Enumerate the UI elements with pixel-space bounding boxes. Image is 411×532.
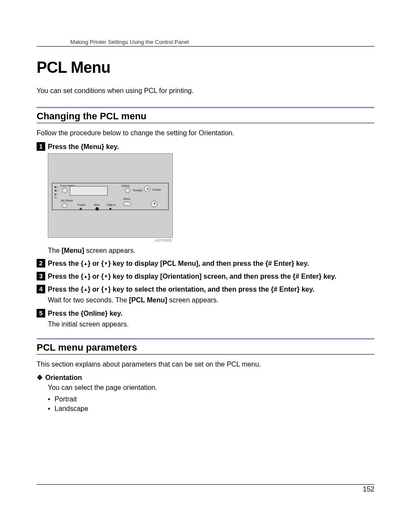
text-or: or (90, 260, 101, 267)
text: Press the (48, 286, 81, 293)
datain-led-icon: ◆ (109, 207, 112, 211)
menu-screen-ref: [Menu] (62, 247, 84, 254)
param-options-list: Portrait Landscape (48, 395, 374, 413)
step-3: 3 Press the {▲} or {▼} key to display [O… (37, 272, 374, 281)
step-3-text: Press the {▲} or {▼} key to display [Ori… (48, 272, 374, 281)
down-arrow-icon: ▼ (104, 261, 108, 267)
step-number-icon: 5 (37, 309, 45, 317)
step-number-icon: 1 (37, 142, 45, 151)
down-arrow-icon: ▼ (104, 286, 108, 292)
top-rule (37, 46, 374, 47)
intro-text: You can set conditions when using PCL fo… (37, 87, 374, 95)
label-online: Online (121, 184, 130, 187)
text: screen, and then press the (202, 273, 293, 280)
step-1-text: Press the {Menu} key. (48, 142, 374, 152)
label-escape: Escape (133, 189, 143, 192)
key-enter: # Enter (296, 273, 319, 280)
pcl-menu-ref: [PCL Menu] (160, 260, 199, 267)
label-job-reset: Job Reset (60, 199, 73, 202)
pcl-menu-ref: [PCL Menu] (129, 296, 168, 304)
text: Wait for two seconds. The (48, 296, 129, 304)
alert-led-icon: ⬤ (95, 207, 99, 211)
section-divider (37, 338, 374, 339)
text: Press the (48, 260, 81, 267)
step-number-icon: 4 (37, 285, 45, 293)
param-orientation: ❖ Orientation You can select the page or… (37, 373, 374, 413)
lcd-screen (70, 186, 108, 196)
key-menu: Menu (84, 143, 102, 150)
control-panel-figure: ▣○▣○◉○⊛○ Form Feed Job Reset Power ◉ Ale… (48, 153, 173, 243)
key-online: Online (84, 310, 105, 317)
label-enter: # Enter (152, 188, 161, 191)
online-button (125, 188, 130, 193)
label-power: Power (78, 203, 85, 206)
job-reset-button (62, 203, 67, 208)
up-arrow-icon: ▲ (146, 187, 149, 190)
text: Press the (48, 310, 81, 317)
text: key. (321, 273, 336, 280)
key-enter: # Enter (274, 286, 297, 293)
key-enter: # Enter (268, 260, 291, 267)
label-menu: Menu (123, 197, 130, 200)
section-lead: Follow the procedure below to change the… (37, 128, 374, 138)
orientation-ref: [Orientation] (160, 273, 202, 280)
step-4-body: Wait for two seconds. The [PCL Menu] scr… (48, 296, 374, 305)
text: key to display (111, 273, 160, 280)
thin-rule (37, 123, 374, 123)
step-5: 5 Press the {Online} key. The initial sc… (37, 309, 374, 330)
footer-rule (37, 484, 374, 485)
power-led-icon: ◉ (79, 207, 82, 211)
step-1-body: The [Menu] screen appears. (48, 246, 374, 255)
page-footer: 152 (37, 484, 374, 493)
text-or: or (90, 273, 101, 280)
menu-button (123, 202, 131, 206)
diamond-bullet-icon: ❖ (37, 373, 43, 382)
thin-rule (37, 354, 374, 355)
form-feed-button (62, 188, 67, 193)
up-arrow-icon: ▲ (84, 274, 88, 280)
page-number: 152 (37, 485, 374, 493)
text: screen appears. (84, 247, 135, 254)
section-changing-heading: Changing the PCL menu (37, 111, 374, 122)
step-5-text: Press the {Online} key. (48, 309, 374, 318)
param-name: Orientation (45, 374, 82, 382)
step-5-body: The initial screen appears. (48, 320, 374, 329)
figure-caption: AGY200S (48, 238, 173, 243)
text: key to select the orientation, and then … (111, 286, 271, 293)
running-head: Making Printer Settings Using the Contro… (70, 39, 374, 45)
step-4: 4 Press the {▲} or {▼} key to select the… (37, 285, 374, 305)
text-or: or (90, 286, 101, 293)
list-item: Portrait (48, 395, 374, 403)
step-number-icon: 3 (37, 272, 45, 280)
text: key. (294, 260, 309, 267)
up-arrow-icon: ▲ (84, 261, 88, 267)
section-params-heading: PCL menu parameters (37, 342, 374, 353)
list-item: Landscape (48, 405, 374, 413)
label-data-in: Data In (107, 203, 116, 206)
step-number-icon: 2 (37, 259, 45, 268)
section-divider (37, 107, 374, 108)
step-2-text: Press the {▲} or {▼} key to display [PCL… (48, 259, 374, 268)
text: Press the (48, 143, 81, 150)
text: The (48, 247, 62, 254)
text: screen appears. (167, 296, 218, 304)
text: , and then press the (198, 260, 265, 267)
text: key. (104, 143, 119, 150)
label-alert: Alert (94, 203, 100, 206)
step-2: 2 Press the {▲} or {▼} key to display [P… (37, 259, 374, 268)
down-arrow-icon: ▼ (153, 202, 156, 205)
text: key to display (111, 260, 160, 267)
step-1: 1 Press the {Menu} key. ▣○▣○◉○⊛○ Form Fe… (37, 142, 374, 255)
param-desc: You can select the page orientation. (48, 383, 374, 393)
page-title: PCL Menu (37, 59, 374, 77)
up-arrow-icon: ▲ (84, 286, 88, 292)
text: key. (299, 286, 314, 293)
section2-lead: This section explains about parameters t… (37, 360, 374, 369)
indicator-icons: ▣○▣○◉○⊛○ (54, 185, 59, 200)
text: key. (108, 310, 122, 317)
text: Press the (48, 273, 81, 280)
step-4-text: Press the {▲} or {▼} key to select the o… (48, 285, 374, 294)
down-arrow-icon: ▼ (104, 274, 108, 280)
